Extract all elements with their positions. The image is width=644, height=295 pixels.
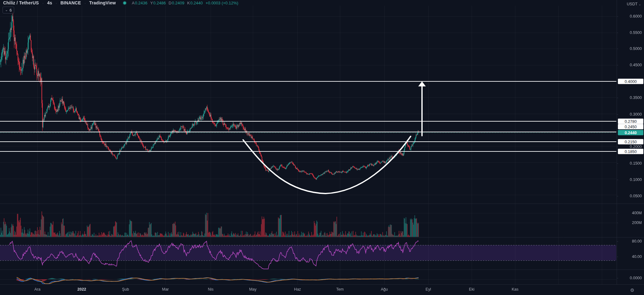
month-label: Haz bbox=[294, 287, 301, 292]
price-axis[interactable]: USDT ⌄ 0.60000.55000.50000.45000.35000.3… bbox=[617, 0, 644, 284]
currency-dropdown[interactable]: USDT ⌄ bbox=[627, 2, 641, 6]
price-tick-label: 0.1000 bbox=[630, 178, 642, 182]
axis-tick-mark bbox=[617, 223, 618, 223]
axis-tick-mark bbox=[617, 257, 618, 257]
price-tick-label: 0.2000 bbox=[630, 145, 642, 149]
chart-canvas[interactable] bbox=[0, 0, 644, 295]
month-label: Tem bbox=[336, 287, 344, 292]
symbol-title[interactable]: Chiliz / TetherUS bbox=[3, 0, 39, 5]
month-label: Eyl bbox=[425, 287, 431, 292]
axis-tick-mark bbox=[617, 278, 618, 278]
interval-label[interactable]: 4s bbox=[47, 0, 52, 5]
separator-dot: · bbox=[42, 1, 44, 5]
drawn-line-price-label: 0.2150 bbox=[618, 139, 643, 145]
platform-label: TradingView bbox=[89, 0, 116, 5]
hidden-indicator-count: 6 bbox=[9, 8, 12, 13]
rsi-tick-label: 40.00 bbox=[632, 254, 642, 259]
price-tick-label: 0.6000 bbox=[630, 14, 642, 19]
drawn-line-price-label: 0.2450 bbox=[618, 124, 643, 129]
price-tick-label: 0.3000 bbox=[630, 112, 642, 117]
price-tick-label: 0.1500 bbox=[630, 161, 642, 166]
volume-tick-label: 400M bbox=[632, 211, 642, 215]
close-value: 0.2440 bbox=[190, 1, 203, 5]
month-label: Ağu bbox=[381, 287, 388, 292]
change-value: +0.0003 (+0.12%) bbox=[206, 1, 238, 5]
month-label: Ara bbox=[34, 287, 40, 292]
separator-dot: · bbox=[84, 1, 86, 5]
tradingview-chart-window: Chiliz / TetherUS · 4s · BINANCE · Tradi… bbox=[0, 0, 644, 295]
axis-tick-mark bbox=[617, 65, 618, 65]
axis-tick-mark bbox=[617, 114, 618, 115]
rsi-tick-label: 80.00 bbox=[632, 239, 642, 243]
current-price-label: 0.2440 bbox=[618, 130, 643, 135]
open-label: A bbox=[132, 1, 135, 5]
axis-tick-mark bbox=[617, 98, 618, 98]
drawn-line-price-label: 0.4000 bbox=[618, 79, 643, 84]
low-label: D bbox=[169, 1, 171, 5]
axis-tick-mark bbox=[617, 33, 618, 33]
month-label: May bbox=[249, 287, 257, 292]
axis-tick-mark bbox=[617, 196, 618, 196]
axis-tick-mark bbox=[617, 49, 618, 49]
axis-tick-mark bbox=[617, 16, 618, 17]
open-value: 0.2436 bbox=[135, 1, 147, 5]
drawn-line-price-label: 0.2780 bbox=[618, 119, 643, 124]
ohlc-values: A0.2436 Y0.2486 D0.2409 K0.2440 +0.0003 … bbox=[132, 1, 238, 5]
axis-tick-mark bbox=[617, 241, 618, 242]
exchange-label: BINANCE bbox=[60, 0, 81, 5]
chevron-down-icon: ⌄ bbox=[639, 3, 641, 6]
gear-icon[interactable]: ⚙ bbox=[630, 287, 634, 293]
market-status-icon[interactable] bbox=[123, 2, 126, 4]
month-label: Nis bbox=[208, 287, 214, 292]
axis-tick-mark bbox=[617, 180, 618, 180]
price-tick-label: 0.5500 bbox=[630, 30, 642, 35]
high-value: 0.2486 bbox=[153, 1, 166, 5]
close-label: K bbox=[187, 1, 190, 5]
volume-tick-label: 200M bbox=[632, 221, 642, 225]
price-tick-label: 0.4500 bbox=[630, 63, 642, 67]
price-tick-label: 0.5000 bbox=[630, 46, 642, 51]
year-label: 2022 bbox=[77, 287, 86, 292]
separator-dot: · bbox=[56, 1, 57, 5]
low-value: 0.2409 bbox=[172, 1, 185, 5]
month-label: Kas bbox=[512, 287, 519, 292]
chevron-down-icon: ⌄ bbox=[5, 8, 8, 12]
axis-tick-mark bbox=[617, 163, 618, 164]
axis-tick-mark bbox=[617, 213, 618, 213]
time-axis[interactable]: Ara2022ŞubMarNisMayHazTemAğuEylEkiKas bbox=[0, 284, 644, 295]
price-tick-label: 0.0500 bbox=[630, 194, 642, 198]
legend-collapse-button[interactable]: ⌄ 6 bbox=[3, 7, 14, 14]
axis-tick-mark bbox=[617, 147, 618, 147]
currency-label: USDT bbox=[627, 2, 637, 6]
high-label: Y bbox=[150, 1, 153, 5]
month-label: Mar bbox=[162, 287, 169, 292]
price-tick-label: 0.3500 bbox=[630, 96, 642, 100]
month-label: Eki bbox=[469, 287, 474, 292]
drawn-line-price-label: 0.1850 bbox=[618, 149, 643, 154]
month-label: Şub bbox=[122, 287, 129, 292]
chart-legend-header[interactable]: Chiliz / TetherUS · 4s · BINANCE · Tradi… bbox=[3, 0, 238, 6]
macd-tick-label: 0.0000 bbox=[630, 276, 642, 280]
